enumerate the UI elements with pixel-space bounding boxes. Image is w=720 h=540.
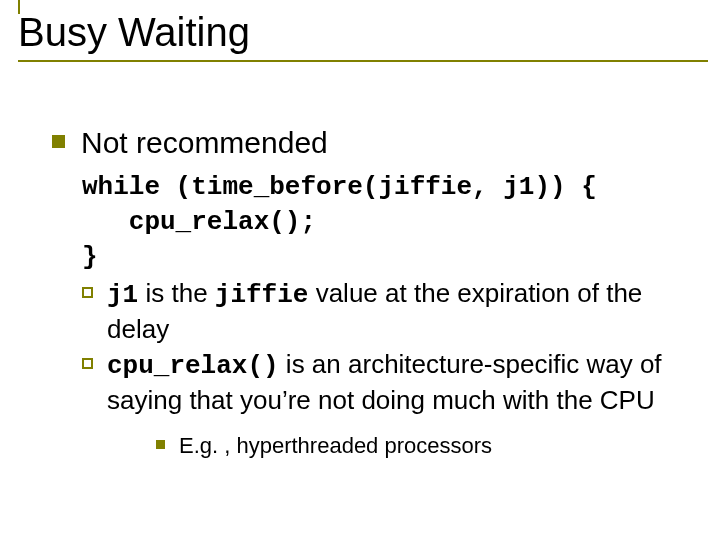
slide: Busy Waiting Not recommended while (time… [0, 0, 720, 540]
code-line: while (time_before(jiffie, j1)) { [82, 172, 597, 202]
inline-code: cpu_relax() [107, 351, 279, 381]
slide-body: Not recommended while (time_before(jiffi… [0, 62, 720, 461]
level2-text: cpu_relax() is an architecture-specific … [107, 348, 690, 418]
inline-code: jiffie [215, 280, 309, 310]
open-square-bullet-icon [82, 358, 93, 369]
title-underline [18, 60, 708, 62]
square-bullet-icon [52, 135, 65, 148]
title-tick-ornament [18, 0, 20, 14]
small-square-bullet-icon [156, 440, 165, 449]
level3-text: E.g. , hyperthreaded processors [179, 432, 492, 461]
bullet-level2: cpu_relax() is an architecture-specific … [82, 348, 690, 418]
bullet-level3: E.g. , hyperthreaded processors [156, 432, 690, 461]
code-block: while (time_before(jiffie, j1)) { cpu_re… [82, 170, 690, 275]
code-line: } [82, 242, 98, 272]
text-fragment: is the [138, 278, 215, 308]
level2-text: j1 is the jiffie value at the expiration… [107, 277, 690, 347]
bullet-level2: j1 is the jiffie value at the expiration… [82, 277, 690, 347]
bullet-level1: Not recommended [52, 124, 690, 162]
title-block: Busy Waiting [0, 0, 720, 62]
slide-title: Busy Waiting [18, 10, 720, 60]
open-square-bullet-icon [82, 287, 93, 298]
inline-code: j1 [107, 280, 138, 310]
code-line: cpu_relax(); [82, 207, 316, 237]
level1-text: Not recommended [81, 124, 328, 162]
